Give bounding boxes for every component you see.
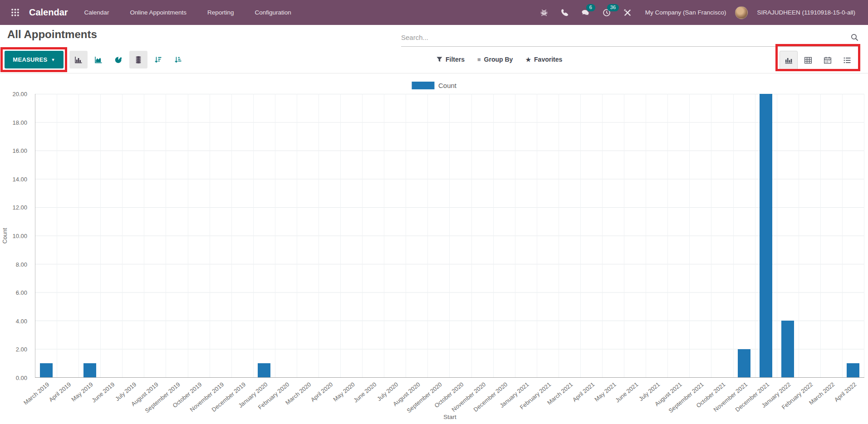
x-axis-tick-label: April 2022: [833, 381, 858, 403]
activities-count-badge: 36: [607, 4, 619, 11]
chart-category-cell: February 2020: [275, 94, 297, 377]
x-axis-tick-label: April 2019: [48, 381, 72, 403]
chart-category-cell: June 2019: [101, 94, 123, 377]
y-axis-tick-label: 0.00: [16, 375, 27, 381]
chart-category-cell: January 2020: [254, 94, 275, 377]
line-chart-mode-button[interactable]: [89, 51, 108, 68]
x-axis-tick-label: June 2021: [614, 381, 639, 404]
x-axis-tick-label: June 2020: [352, 381, 378, 404]
x-axis-tick-label: May 2021: [593, 381, 618, 403]
menu-online-appointments[interactable]: Online Appointments: [129, 6, 187, 19]
search-filter-menus: Filters ≡ Group By ★ Favorites: [436, 56, 562, 63]
tools-icon[interactable]: [619, 4, 636, 21]
chart-plot: Start March 2019April 2019May 2019June 2…: [35, 94, 864, 378]
debug-bug-icon[interactable]: [535, 4, 553, 21]
group-by-icon: ≡: [477, 56, 481, 63]
chart-category-cell: December 2019: [232, 94, 254, 377]
x-axis-tick-label: March 2019: [22, 381, 50, 406]
chart-bar[interactable]: [40, 363, 53, 377]
stacked-toggle-button[interactable]: [129, 51, 147, 68]
chart-category-cell: June 2021: [624, 94, 646, 377]
x-axis-tick-label: May 2020: [332, 381, 356, 403]
search-bar: [401, 29, 860, 47]
y-axis-tick-label: 20.00: [12, 91, 27, 97]
chart-category-cell: April 2019: [57, 94, 79, 377]
chart-category-cell: October 2021: [711, 94, 733, 377]
phone-icon[interactable]: [556, 4, 574, 21]
chart-category-cell: March 2019: [35, 94, 57, 377]
chart-mode-toolbar: [69, 51, 187, 68]
menu-reporting[interactable]: Reporting: [206, 6, 235, 19]
search-icon[interactable]: [850, 33, 859, 44]
chart-category-cell: October 2019: [188, 94, 210, 377]
bug-glyph: [540, 9, 548, 17]
chart-bar[interactable]: [847, 363, 859, 377]
chart-category-cell: August 2021: [668, 94, 690, 377]
pivot-view-button[interactable]: [799, 51, 817, 70]
bar-chart-mode-button[interactable]: [69, 51, 88, 68]
chart-category-cell: November 2021: [734, 94, 755, 377]
chart-category-cell: March 2021: [559, 94, 581, 377]
y-axis-tick-label: 6.00: [16, 289, 27, 296]
graph-view-button[interactable]: [780, 51, 798, 70]
sort-asc-icon: [174, 55, 183, 64]
search-input[interactable]: [401, 29, 860, 46]
menu-calendar[interactable]: Calendar: [83, 6, 110, 19]
x-axis-tick-label: June 2019: [90, 381, 116, 404]
chart-category-cell: April 2021: [581, 94, 603, 377]
chart-bar[interactable]: [258, 363, 270, 377]
topbar-right-cluster: 6 36 My Company (San Francisco): [535, 4, 861, 21]
chart-bar[interactable]: [738, 349, 750, 378]
messages-icon[interactable]: 6: [577, 4, 594, 21]
calendar-view-button[interactable]: [819, 51, 837, 70]
chart-category-cell: September 2021: [690, 94, 711, 377]
favorites-menu-label: Favorites: [534, 56, 562, 63]
chart-category-cell: September 2020: [428, 94, 450, 377]
group-by-menu[interactable]: ≡ Group By: [477, 56, 513, 63]
chart-category-cell: May 2020: [341, 94, 363, 377]
app-brand-title[interactable]: Calendar: [29, 7, 68, 18]
measures-button[interactable]: MEASURES ▼: [5, 51, 64, 68]
chart-category-cell: May 2021: [603, 94, 624, 377]
chart-category-cell: August 2020: [406, 94, 428, 377]
top-navbar: Calendar Calendar Online Appointments Re…: [0, 0, 868, 25]
sort-desc-icon: [154, 55, 163, 64]
chart-bar[interactable]: [760, 94, 772, 377]
area-chart-icon: [94, 55, 103, 64]
company-switcher[interactable]: My Company (San Francisco): [640, 9, 732, 16]
filter-funnel-icon: [436, 57, 442, 62]
chart-category-cell: January 2021: [515, 94, 537, 377]
chart-bar[interactable]: [83, 363, 96, 377]
phone-glyph: [561, 9, 569, 17]
menu-configuration[interactable]: Configuration: [254, 6, 292, 19]
chart-category-cell: September 2019: [166, 94, 188, 377]
y-axis-tick-label: 4.00: [16, 317, 27, 324]
user-menu[interactable]: SIRAJUDHEEN (11910918-15-0-all): [751, 9, 861, 16]
filters-menu-label: Filters: [446, 56, 465, 63]
pivot-view-icon: [804, 56, 813, 65]
stacked-database-icon: [134, 55, 143, 64]
chart-category-cell: April 2022: [843, 94, 864, 377]
activities-clock-icon[interactable]: 36: [598, 4, 615, 21]
view-switcher: [780, 51, 856, 70]
favorites-menu[interactable]: ★ Favorites: [525, 56, 562, 63]
filters-menu[interactable]: Filters: [436, 56, 465, 63]
chart-category-cell: January 2022: [777, 94, 799, 377]
x-axis-tick-label: May 2019: [70, 381, 94, 403]
crossed-tools-glyph: [623, 9, 632, 17]
graph-view-icon: [784, 56, 793, 65]
magnifier-glyph: [850, 33, 859, 42]
sort-descending-button[interactable]: [149, 51, 167, 68]
chart-category-cell: February 2021: [537, 94, 559, 377]
chart-category-cell: March 2022: [821, 94, 843, 377]
list-view-button[interactable]: [838, 51, 856, 70]
apps-grid-icon[interactable]: [7, 5, 23, 20]
chart-bar[interactable]: [781, 321, 794, 377]
pie-chart-icon: [114, 55, 123, 64]
sort-ascending-button[interactable]: [169, 51, 187, 68]
chart-category-cell: June 2020: [363, 94, 384, 377]
user-avatar[interactable]: [735, 6, 748, 19]
chart-legend-item[interactable]: Count: [412, 82, 456, 89]
pie-chart-mode-button[interactable]: [109, 51, 128, 68]
chart-category-cell: February 2022: [799, 94, 821, 377]
